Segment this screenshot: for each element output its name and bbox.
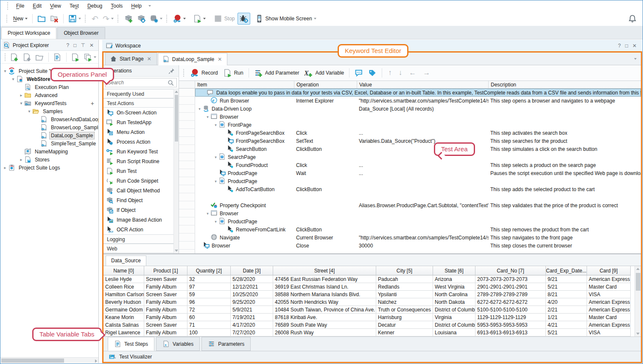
- run-project-button[interactable]: [69, 52, 81, 63]
- ds-cell[interactable]: 2073-2073-2073-2073: [475, 275, 546, 283]
- ds-cell[interactable]: Virginia: [433, 314, 475, 321]
- ds-cell[interactable]: Colleen Rice: [103, 283, 144, 291]
- ds-cell[interactable]: 96: [187, 298, 231, 306]
- document-tab-start-page[interactable]: Start Page✕: [105, 53, 157, 65]
- test-step-comment-row[interactable]: Data loops enable you to pass in data fo…: [179, 89, 641, 97]
- chevron-down-icon[interactable]: ▾: [205, 211, 210, 216]
- tab-list-caret[interactable]: [634, 58, 637, 60]
- ds-cell[interactable]: American Express: [587, 321, 631, 329]
- ds-cell[interactable]: 59: [187, 291, 231, 298]
- ds-cell[interactable]: 4/20: [546, 298, 587, 306]
- object-spy-button[interactable]: [135, 13, 147, 24]
- test-step-row[interactable]: Property CheckpointAliases.Browser.Produ…: [179, 201, 641, 209]
- ds-cell[interactable]: VISA: [587, 291, 631, 298]
- ds-cell[interactable]: 32: [187, 275, 231, 283]
- horizontal-scrollbar[interactable]: [0, 357, 98, 363]
- ds-cell[interactable]: North Carolina: [433, 291, 475, 298]
- ds-cell[interactable]: Ypsilanti: [376, 291, 433, 298]
- operation-find-object[interactable]: Find Object: [103, 195, 179, 205]
- chevron-down-icon[interactable]: ▾: [205, 115, 210, 119]
- ds-cell[interactable]: 7/27/2020: [231, 329, 273, 336]
- show-mobile-screen-button[interactable]: Show Mobile Screen: [253, 13, 318, 24]
- ds-cell[interactable]: Kenner: [376, 329, 433, 336]
- ds-cell[interactable]: 12/12/2021: [231, 283, 273, 291]
- tree-item-simpletest-sample[interactable]: SimpleTest_Sample: [0, 139, 98, 147]
- menu-overflow-caret[interactable]: [148, 5, 151, 7]
- pin-icon[interactable]: [168, 67, 175, 75]
- operation-run-script-routine[interactable]: Run Script Routine: [103, 156, 179, 166]
- vertical-scrollbar[interactable]: [173, 89, 179, 253]
- data-source-row[interactable]: Leslie HydeScreen Saver325/28/202047456 …: [103, 275, 635, 283]
- ds-cell[interactable]: 6272-6272-6272-6272: [475, 298, 546, 306]
- document-tab-dataloop-sample[interactable]: DataLoop_Sample✕: [158, 53, 227, 65]
- ds-cell[interactable]: 5/9/2021: [231, 306, 273, 314]
- ds-cell[interactable]: 47456 East Russian Federation Way: [273, 275, 376, 283]
- data-source-row[interactable]: Beverly HudsonFamily Album969/25/2020420…: [103, 298, 635, 306]
- ds-cell[interactable]: Hamilton Carlson: [103, 291, 144, 298]
- notifications-button[interactable]: [626, 13, 638, 24]
- ds-cell[interactable]: Screen Saver: [144, 321, 187, 329]
- data-source-tab[interactable]: Data_Source: [106, 256, 146, 266]
- tree-item-stores[interactable]: ▸Stores: [0, 156, 98, 164]
- add-keyword-test-button[interactable]: +: [91, 100, 94, 107]
- ds-cell[interactable]: Master Card: [587, 283, 631, 291]
- operations-section-test-actions[interactable]: Test Actions: [103, 98, 179, 108]
- ds-column-header[interactable]: Quantity [2]: [187, 266, 231, 275]
- ds-cell[interactable]: 71: [187, 321, 231, 329]
- tree-item-browserloop-sample[interactable]: BrowserLoop_Sample: [0, 123, 98, 131]
- column-header-value[interactable]: Value: [357, 81, 489, 88]
- ds-column-header[interactable]: Card_Exp_Date...: [546, 266, 587, 275]
- chevron-down-icon[interactable]: ▾: [26, 109, 32, 114]
- test-step-row[interactable]: BrowserClose30000This step closes the cu…: [179, 242, 641, 250]
- chevron-down-icon[interactable]: ▾: [213, 155, 218, 159]
- tree-item-project-suite-logs[interactable]: ▸Project Suite Logs: [0, 164, 98, 172]
- save-button[interactable]: [67, 13, 83, 24]
- ds-column-header[interactable]: Card [9]: [587, 266, 631, 275]
- ds-column-header[interactable]: City [5]: [376, 266, 433, 275]
- ds-cell[interactable]: 4/21: [546, 321, 587, 329]
- ds-cell[interactable]: Natchez: [376, 298, 433, 306]
- scroll-right-arrow[interactable]: [95, 359, 97, 363]
- ds-cell[interactable]: Paducah: [376, 275, 433, 283]
- operation-ocr-action[interactable]: OCROCR Action: [103, 225, 179, 234]
- operation-menu-action[interactable]: Menu Action: [103, 127, 179, 137]
- column-header-item[interactable]: Item: [195, 81, 294, 88]
- chevron-down-icon[interactable]: ▾: [18, 101, 24, 106]
- test-step-row[interactable]: NavigateCurrent Browser"http://services.…: [179, 233, 641, 242]
- ds-cell[interactable]: 2/21: [546, 306, 587, 314]
- record-test-button[interactable]: [171, 13, 187, 24]
- scrollbar-thumb[interactable]: [636, 273, 640, 291]
- operation-image-based-action[interactable]: Image Based Action: [103, 215, 179, 225]
- test-step-row[interactable]: ▾Browser: [179, 113, 641, 121]
- operation-run-code-snippet[interactable]: {...}Run Code Snippet: [103, 176, 179, 186]
- ds-cell[interactable]: 6913-6913-6913-6913: [475, 329, 546, 336]
- ds-cell[interactable]: Redlands: [376, 283, 433, 291]
- test-step-row[interactable]: FoundProductClick...This step selects a …: [179, 161, 641, 169]
- operation-if-object[interactable]: If Object: [103, 205, 179, 215]
- chevron-down-icon[interactable]: ▾: [10, 77, 16, 81]
- ds-cell[interactable]: Beverly Hudson: [103, 298, 144, 306]
- ds-cell[interactable]: District of Columbia: [433, 321, 475, 329]
- ds-cell[interactable]: 76589 South Pate Way: [273, 321, 376, 329]
- tree-item-samples[interactable]: ▾Samples: [0, 107, 98, 115]
- organize-tests-button[interactable]: [51, 52, 63, 63]
- ds-cell[interactable]: 60: [187, 314, 231, 321]
- vertical-scrollbar[interactable]: [635, 266, 641, 336]
- tree-item-advanced[interactable]: ▸Advanced: [0, 91, 98, 99]
- test-step-row[interactable]: FrontPageSearchBoxSetTextVariables.Data_…: [179, 137, 641, 145]
- add-variable-button[interactable]: XAdd Variable: [302, 67, 347, 79]
- test-step-row[interactable]: ProductPageWait...Pauses the script exec…: [179, 169, 641, 177]
- close-icon[interactable]: ✕: [217, 56, 223, 62]
- ds-cell[interactable]: Decatur: [376, 321, 433, 329]
- run-button[interactable]: Run: [221, 67, 246, 79]
- tab-test-steps[interactable]: Test Steps: [108, 337, 154, 351]
- ds-cell[interactable]: 5100-5100-5100-5100: [475, 306, 546, 314]
- maximize-icon[interactable]: □: [623, 43, 630, 49]
- ds-cell[interactable]: 38588 Northern Mariana Islands Blvd.: [273, 291, 376, 298]
- ds-cell[interactable]: Calista Salinas: [103, 321, 144, 329]
- scroll-up-arrow[interactable]: [175, 91, 178, 93]
- ds-cell[interactable]: 36919 East Christmas Island Ln.: [273, 283, 376, 291]
- redo-button[interactable]: ↷: [101, 13, 115, 25]
- ds-cell[interactable]: 1/21: [546, 314, 587, 321]
- workspace-tab-project-workspace[interactable]: Project Workspace: [1, 27, 56, 39]
